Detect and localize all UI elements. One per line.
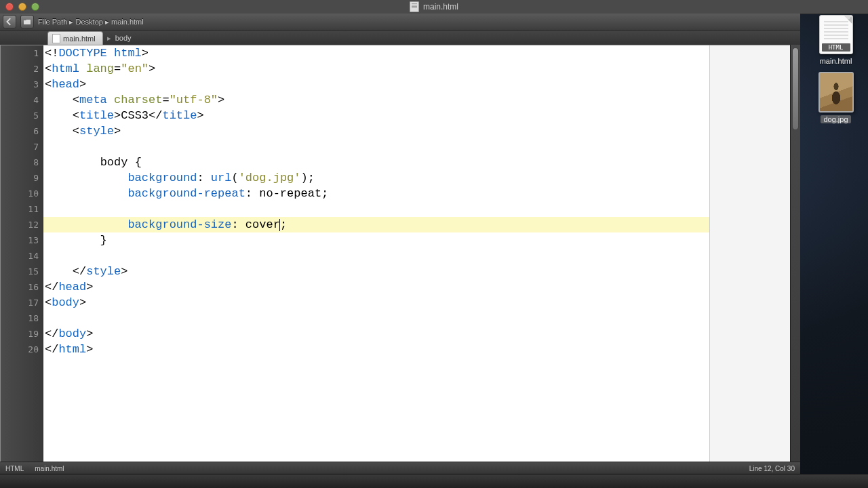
breadcrumb-separator-icon: ▸	[103, 34, 115, 43]
code-line[interactable]: <!DOCTYPE html>	[43, 45, 709, 61]
window-title-text: main.html	[423, 2, 458, 12]
code-line[interactable]: <meta charset="utf-8">	[43, 92, 709, 108]
image-thumbnail-icon	[818, 72, 854, 113]
code-line[interactable]	[43, 248, 709, 264]
desktop-file-main-html[interactable]: HTML main.html	[819, 15, 853, 65]
code-area[interactable]: <!DOCTYPE html><html lang="en"><head> <m…	[43, 45, 709, 462]
desktop-icons: HTML main.html dog.jpg	[810, 15, 861, 123]
os-bottom-bar	[0, 474, 868, 488]
code-line[interactable]: background: url('dog.jpg');	[43, 170, 709, 186]
code-line[interactable]: <style>	[43, 123, 709, 139]
desktop-image-label: dog.jpg	[821, 115, 850, 123]
code-line[interactable]	[43, 310, 709, 326]
os-title-bar: main.html	[0, 0, 868, 14]
tab-main-html[interactable]: main.html	[47, 31, 103, 45]
document-icon	[410, 1, 419, 12]
tab-bar: main.html ▸ body	[0, 30, 800, 46]
code-line[interactable]	[43, 139, 709, 155]
code-line[interactable]: body {	[43, 155, 709, 170]
folder-icon[interactable]	[20, 15, 34, 28]
path-bar: File Path ▸ Desktop ▸ main.html	[0, 14, 800, 30]
tab-label: main.html	[63, 35, 96, 43]
code-line[interactable]: </style>	[43, 264, 709, 279]
code-line[interactable]: </body>	[43, 326, 709, 342]
code-line[interactable]: <html lang="en">	[43, 61, 709, 77]
status-cursor-pos: Line 12, Col 30	[749, 465, 795, 472]
file-icon	[52, 34, 60, 43]
code-line[interactable]: </html>	[43, 342, 709, 357]
line-number-gutter[interactable]: 1234567891011121314151617181920	[1, 45, 43, 462]
status-language[interactable]: HTML	[5, 465, 24, 472]
file-badge: HTML	[822, 43, 850, 52]
code-editor[interactable]: 1234567891011121314151617181920 <!DOCTYP…	[0, 45, 791, 462]
zoom-window-button[interactable]	[31, 3, 39, 11]
code-line[interactable]: background-repeat: no-repeat;	[43, 186, 709, 201]
code-line[interactable]	[43, 201, 709, 217]
code-line[interactable]: <title>CSS3</title>	[43, 108, 709, 123]
history-back-button[interactable]	[3, 15, 16, 28]
desktop-file-dog-jpg[interactable]: dog.jpg	[818, 72, 854, 123]
status-bar: HTML main.html Line 12, Col 30	[0, 462, 800, 474]
desktop-file-label: main.html	[820, 57, 852, 65]
code-line[interactable]: background-size: cover;	[43, 217, 709, 232]
status-filename: main.html	[35, 465, 64, 472]
code-line[interactable]: <head>	[43, 77, 709, 92]
code-line[interactable]: <body>	[43, 295, 709, 310]
html-file-icon: HTML	[819, 15, 853, 54]
window-title: main.html	[0, 0, 868, 14]
vertical-scrollbar[interactable]	[790, 45, 800, 462]
file-path-breadcrumb[interactable]: File Path ▸ Desktop ▸ main.html	[38, 18, 144, 26]
code-line[interactable]: </head>	[43, 279, 709, 295]
close-window-button[interactable]	[5, 3, 14, 11]
code-line[interactable]: }	[43, 232, 709, 248]
breadcrumb-scope[interactable]: body	[115, 34, 132, 42]
scrollbar-thumb[interactable]	[792, 47, 799, 130]
minimize-window-button[interactable]	[18, 3, 26, 11]
editor-window: File Path ▸ Desktop ▸ main.html main.htm…	[0, 14, 800, 474]
traffic-lights	[0, 3, 39, 11]
minimap[interactable]	[709, 45, 790, 462]
